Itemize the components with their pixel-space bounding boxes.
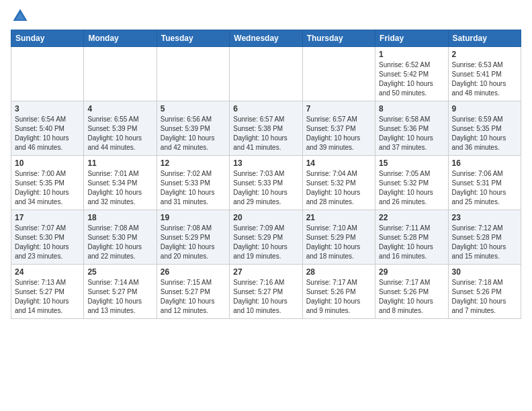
calendar-cell: 8Sunrise: 6:58 AM Sunset: 5:36 PM Daylig… bbox=[375, 101, 448, 156]
day-info: Sunrise: 7:17 AM Sunset: 5:26 PM Dayligh… bbox=[306, 278, 371, 316]
day-number: 12 bbox=[161, 158, 226, 168]
day-info: Sunrise: 6:53 AM Sunset: 5:41 PM Dayligh… bbox=[452, 60, 517, 98]
calendar-cell: 18Sunrise: 7:08 AM Sunset: 5:30 PM Dayli… bbox=[84, 210, 157, 265]
calendar-cell: 3Sunrise: 6:54 AM Sunset: 5:40 PM Daylig… bbox=[11, 101, 84, 156]
day-number: 9 bbox=[452, 104, 517, 113]
calendar-week-row: 17Sunrise: 7:07 AM Sunset: 5:30 PM Dayli… bbox=[11, 210, 521, 265]
calendar-cell: 16Sunrise: 7:06 AM Sunset: 5:31 PM Dayli… bbox=[448, 156, 521, 210]
day-number: 7 bbox=[306, 104, 371, 113]
day-info: Sunrise: 7:01 AM Sunset: 5:34 PM Dayligh… bbox=[87, 169, 152, 207]
day-info: Sunrise: 7:06 AM Sunset: 5:31 PM Dayligh… bbox=[452, 169, 517, 207]
calendar-day-header-thursday: Thursday bbox=[302, 30, 375, 47]
day-info: Sunrise: 7:09 AM Sunset: 5:29 PM Dayligh… bbox=[233, 224, 298, 261]
day-number: 2 bbox=[452, 50, 517, 59]
day-number: 30 bbox=[452, 267, 517, 277]
day-number: 18 bbox=[87, 213, 152, 222]
calendar-cell: 2Sunrise: 6:53 AM Sunset: 5:41 PM Daylig… bbox=[448, 47, 521, 101]
calendar-cell bbox=[302, 47, 375, 101]
calendar-cell: 1Sunrise: 6:52 AM Sunset: 5:42 PM Daylig… bbox=[375, 47, 448, 101]
day-info: Sunrise: 6:59 AM Sunset: 5:35 PM Dayligh… bbox=[452, 115, 517, 152]
calendar-cell bbox=[11, 47, 84, 101]
calendar-day-header-monday: Monday bbox=[84, 30, 157, 47]
day-number: 24 bbox=[15, 267, 80, 277]
day-info: Sunrise: 7:15 AM Sunset: 5:27 PM Dayligh… bbox=[161, 278, 226, 316]
calendar-cell: 14Sunrise: 7:04 AM Sunset: 5:32 PM Dayli… bbox=[302, 156, 375, 210]
calendar-table: SundayMondayTuesdayWednesdayThursdayFrid… bbox=[11, 30, 521, 319]
calendar-cell: 13Sunrise: 7:03 AM Sunset: 5:33 PM Dayli… bbox=[230, 156, 302, 210]
calendar-cell: 27Sunrise: 7:16 AM Sunset: 5:27 PM Dayli… bbox=[230, 265, 302, 319]
day-info: Sunrise: 7:00 AM Sunset: 5:35 PM Dayligh… bbox=[15, 169, 80, 207]
day-number: 25 bbox=[87, 267, 152, 277]
calendar-week-row: 1Sunrise: 6:52 AM Sunset: 5:42 PM Daylig… bbox=[11, 47, 521, 101]
day-info: Sunrise: 6:57 AM Sunset: 5:37 PM Dayligh… bbox=[306, 115, 371, 152]
day-info: Sunrise: 6:57 AM Sunset: 5:38 PM Dayligh… bbox=[233, 115, 298, 152]
calendar-header-row: SundayMondayTuesdayWednesdayThursdayFrid… bbox=[11, 30, 521, 47]
day-number: 17 bbox=[15, 213, 80, 222]
day-number: 22 bbox=[379, 213, 444, 222]
calendar-day-header-saturday: Saturday bbox=[448, 30, 521, 47]
day-number: 1 bbox=[379, 50, 444, 59]
day-info: Sunrise: 7:17 AM Sunset: 5:26 PM Dayligh… bbox=[379, 278, 444, 316]
calendar-cell: 25Sunrise: 7:14 AM Sunset: 5:27 PM Dayli… bbox=[84, 265, 157, 319]
day-number: 8 bbox=[379, 104, 444, 113]
calendar-cell: 17Sunrise: 7:07 AM Sunset: 5:30 PM Dayli… bbox=[11, 210, 84, 265]
calendar-cell bbox=[84, 47, 157, 101]
day-number: 16 bbox=[452, 158, 517, 168]
day-info: Sunrise: 6:52 AM Sunset: 5:42 PM Dayligh… bbox=[379, 60, 444, 98]
calendar-cell: 22Sunrise: 7:11 AM Sunset: 5:28 PM Dayli… bbox=[375, 210, 448, 265]
calendar-day-header-sunday: Sunday bbox=[11, 30, 84, 47]
logo bbox=[11, 7, 32, 26]
calendar-cell: 7Sunrise: 6:57 AM Sunset: 5:37 PM Daylig… bbox=[302, 101, 375, 156]
calendar-cell: 6Sunrise: 6:57 AM Sunset: 5:38 PM Daylig… bbox=[230, 101, 302, 156]
day-info: Sunrise: 7:18 AM Sunset: 5:26 PM Dayligh… bbox=[452, 278, 517, 316]
day-number: 20 bbox=[233, 213, 298, 222]
calendar-cell: 23Sunrise: 7:12 AM Sunset: 5:28 PM Dayli… bbox=[448, 210, 521, 265]
calendar-cell bbox=[230, 47, 302, 101]
calendar-week-row: 10Sunrise: 7:00 AM Sunset: 5:35 PM Dayli… bbox=[11, 156, 521, 210]
day-number: 19 bbox=[161, 213, 226, 222]
calendar-cell: 19Sunrise: 7:08 AM Sunset: 5:29 PM Dayli… bbox=[157, 210, 229, 265]
page: SundayMondayTuesdayWednesdayThursdayFrid… bbox=[0, 0, 532, 330]
day-info: Sunrise: 7:13 AM Sunset: 5:27 PM Dayligh… bbox=[15, 278, 80, 316]
calendar-cell: 12Sunrise: 7:02 AM Sunset: 5:33 PM Dayli… bbox=[157, 156, 229, 210]
day-number: 21 bbox=[306, 213, 371, 222]
day-number: 26 bbox=[161, 267, 226, 277]
day-info: Sunrise: 7:11 AM Sunset: 5:28 PM Dayligh… bbox=[379, 224, 444, 261]
day-info: Sunrise: 7:02 AM Sunset: 5:33 PM Dayligh… bbox=[161, 169, 226, 207]
day-number: 23 bbox=[452, 213, 517, 222]
calendar-day-header-wednesday: Wednesday bbox=[230, 30, 302, 47]
day-number: 11 bbox=[87, 158, 152, 168]
day-info: Sunrise: 7:10 AM Sunset: 5:29 PM Dayligh… bbox=[306, 224, 371, 261]
day-info: Sunrise: 7:04 AM Sunset: 5:32 PM Dayligh… bbox=[306, 169, 371, 207]
day-number: 5 bbox=[161, 104, 226, 113]
day-number: 10 bbox=[15, 158, 80, 168]
calendar-cell: 29Sunrise: 7:17 AM Sunset: 5:26 PM Dayli… bbox=[375, 265, 448, 319]
day-info: Sunrise: 6:58 AM Sunset: 5:36 PM Dayligh… bbox=[379, 115, 444, 152]
day-info: Sunrise: 7:08 AM Sunset: 5:29 PM Dayligh… bbox=[161, 224, 226, 261]
calendar-cell: 9Sunrise: 6:59 AM Sunset: 5:35 PM Daylig… bbox=[448, 101, 521, 156]
day-info: Sunrise: 7:07 AM Sunset: 5:30 PM Dayligh… bbox=[15, 224, 80, 261]
calendar-cell bbox=[157, 47, 229, 101]
calendar-cell: 10Sunrise: 7:00 AM Sunset: 5:35 PM Dayli… bbox=[11, 156, 84, 210]
day-number: 15 bbox=[379, 158, 444, 168]
day-info: Sunrise: 6:56 AM Sunset: 5:39 PM Dayligh… bbox=[161, 115, 226, 152]
calendar-day-header-tuesday: Tuesday bbox=[157, 30, 229, 47]
generalblue-logo-icon bbox=[11, 7, 30, 26]
calendar-day-header-friday: Friday bbox=[375, 30, 448, 47]
calendar-cell: 15Sunrise: 7:05 AM Sunset: 5:32 PM Dayli… bbox=[375, 156, 448, 210]
day-info: Sunrise: 7:03 AM Sunset: 5:33 PM Dayligh… bbox=[233, 169, 298, 207]
day-number: 6 bbox=[233, 104, 298, 113]
day-number: 3 bbox=[15, 104, 80, 113]
calendar-week-row: 24Sunrise: 7:13 AM Sunset: 5:27 PM Dayli… bbox=[11, 265, 521, 319]
day-info: Sunrise: 6:55 AM Sunset: 5:39 PM Dayligh… bbox=[87, 115, 152, 152]
calendar-cell: 26Sunrise: 7:15 AM Sunset: 5:27 PM Dayli… bbox=[157, 265, 229, 319]
calendar-cell: 11Sunrise: 7:01 AM Sunset: 5:34 PM Dayli… bbox=[84, 156, 157, 210]
day-info: Sunrise: 7:16 AM Sunset: 5:27 PM Dayligh… bbox=[233, 278, 298, 316]
calendar-cell: 5Sunrise: 6:56 AM Sunset: 5:39 PM Daylig… bbox=[157, 101, 229, 156]
header bbox=[11, 7, 521, 26]
calendar-cell: 21Sunrise: 7:10 AM Sunset: 5:29 PM Dayli… bbox=[302, 210, 375, 265]
day-number: 14 bbox=[306, 158, 371, 168]
calendar-cell: 4Sunrise: 6:55 AM Sunset: 5:39 PM Daylig… bbox=[84, 101, 157, 156]
day-info: Sunrise: 7:08 AM Sunset: 5:30 PM Dayligh… bbox=[87, 224, 152, 261]
day-number: 4 bbox=[87, 104, 152, 113]
